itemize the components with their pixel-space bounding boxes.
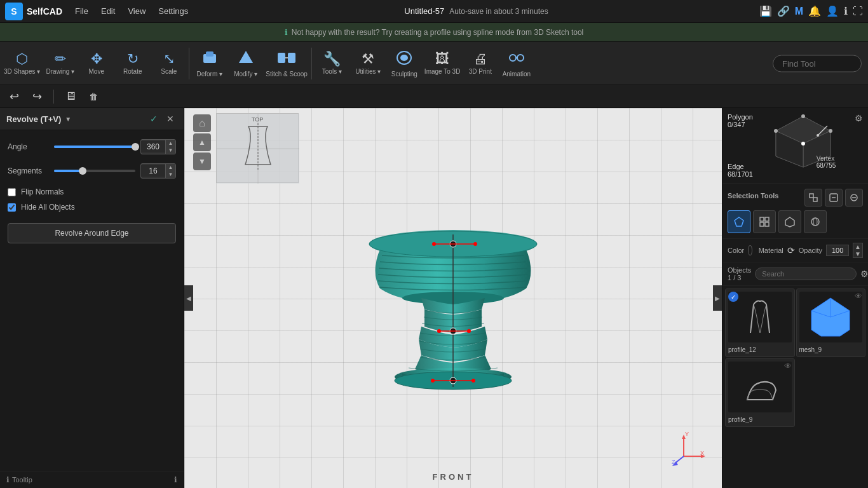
hide-all-row: Hide All Objects: [8, 203, 176, 212]
sel-tool-extra-2[interactable]: [825, 189, 843, 207]
toolbar-modify[interactable]: Modify ▾: [228, 44, 263, 83]
toolbar-stitch[interactable]: Stitch & Scoop: [264, 44, 309, 83]
profile9-thumb-svg: [738, 365, 782, 409]
polygon-stat: Polygon 0/347: [728, 113, 753, 128]
segments-spin-up[interactable]: ▲: [165, 164, 175, 171]
rp-settings-button[interactable]: ⚙: [855, 113, 863, 123]
chalice-object: [345, 146, 561, 412]
panel-title-text: Revolve (T+V): [6, 114, 61, 124]
toolbar-rotate[interactable]: ↻ Rotate: [115, 44, 150, 83]
down-nav-button[interactable]: ▼: [193, 152, 211, 170]
doc-title: Untitled-57: [404, 6, 444, 16]
objects-settings-button[interactable]: ⚙: [860, 269, 868, 279]
sel-tool-extra-3[interactable]: [845, 189, 863, 207]
angle-input[interactable]: [141, 141, 165, 152]
panel-dropdown-icon[interactable]: ▼: [65, 116, 71, 123]
undo-button[interactable]: ↩: [5, 88, 23, 105]
rotate-icon: ↻: [127, 52, 139, 66]
toolbar-3dshapes[interactable]: ⬡ 3D Shapes ▾: [3, 44, 41, 83]
flip-normals-checkbox[interactable]: [8, 188, 16, 196]
menu-file[interactable]: File: [70, 4, 93, 18]
obj-card-profile12[interactable]: ✓ profile_12: [725, 288, 795, 357]
sel-tool-sphere[interactable]: [804, 210, 827, 233]
angle-spin-up[interactable]: ▲: [165, 140, 175, 147]
sel-tool-grid[interactable]: [753, 210, 776, 233]
sel-tool-polygon[interactable]: [728, 210, 750, 233]
toolbar-move[interactable]: ✥ Move: [79, 44, 114, 83]
toolbar-sculpting[interactable]: Sculpting: [387, 44, 422, 83]
svg-rect-52: [810, 194, 813, 198]
svg-rect-3: [278, 53, 285, 63]
edge-stat: Edge 68/1701: [728, 163, 753, 178]
chalice-svg: [345, 146, 561, 412]
save-icon[interactable]: 💾: [759, 5, 772, 17]
angle-spinners: ▲ ▼: [165, 140, 175, 154]
find-tool-input[interactable]: [773, 55, 862, 72]
panel-check-button[interactable]: ✓: [147, 112, 161, 126]
sel-tool-extra-1[interactable]: [804, 189, 822, 207]
polygon-label: Polygon: [728, 113, 753, 121]
toolbar-deform[interactable]: Deform ▾: [192, 44, 227, 83]
viewport[interactable]: ◀ ▶ ⌂ ▲ ▼ TOP: [184, 108, 722, 488]
tooltip-info-icon: ℹ: [6, 475, 10, 484]
toolbar-image[interactable]: 🖼 Image To 3D: [423, 44, 462, 83]
3dshapes-icon: ⬡: [16, 52, 28, 66]
left-panel: Revolve (T+V) ▼ ✓ ✕ Angle ▲: [0, 108, 184, 488]
svg-marker-2: [239, 51, 253, 63]
objects-grid: ✓ profile_12 👁: [722, 286, 868, 430]
svg-rect-1: [206, 51, 214, 57]
segments-input[interactable]: [141, 165, 165, 177]
objects-search-input[interactable]: [755, 268, 857, 280]
collapse-right-button[interactable]: ▶: [713, 285, 722, 311]
redo-button[interactable]: ↪: [28, 88, 46, 105]
toolbar-animation-label: Animation: [503, 71, 531, 78]
display-button[interactable]: 🖥: [62, 88, 79, 105]
toolbar-tools[interactable]: 🔧 Tools ▾: [315, 44, 349, 83]
user-icon[interactable]: 👤: [826, 5, 839, 17]
tools-icon: 🔧: [323, 52, 341, 66]
material-label: Material: [759, 247, 783, 254]
menu-view[interactable]: View: [123, 4, 151, 18]
opacity-input[interactable]: [826, 245, 849, 256]
opacity-spinner-up[interactable]: ▲▼: [853, 243, 863, 258]
share-icon[interactable]: 🔗: [777, 5, 790, 17]
sel-tool-box[interactable]: [778, 210, 801, 233]
toolbar-scale[interactable]: ⤡ Scale: [151, 44, 186, 83]
toolbar-3dshapes-label: 3D Shapes ▾: [4, 68, 40, 75]
info-icon[interactable]: ℹ: [844, 5, 848, 17]
trash-button[interactable]: 🗑: [85, 88, 102, 105]
material-icon[interactable]: ⟳: [787, 245, 795, 255]
angle-slider[interactable]: [54, 146, 135, 148]
svg-point-51: [817, 134, 819, 137]
toolbar-drawing[interactable]: ✏ Drawing ▾: [43, 44, 78, 83]
menu-settings[interactable]: Settings: [153, 4, 193, 18]
up-nav-button[interactable]: ▲: [193, 133, 211, 151]
mesh9-thumb-svg: [808, 295, 853, 339]
toolbar-utilities[interactable]: ⚒ Utilities ▾: [351, 44, 386, 83]
m-icon[interactable]: M: [795, 6, 803, 17]
revolve-button[interactable]: Revolve Around Edge: [8, 223, 176, 243]
toolbar-3dprint[interactable]: 🖨 3D Print: [463, 44, 498, 83]
title-area: Untitled-57 Auto-save in about 3 minutes: [404, 6, 548, 16]
obj-card-mesh9[interactable]: 👁 mesh_9: [796, 288, 866, 357]
toolbar-animation[interactable]: Animation: [499, 44, 534, 83]
home-nav-button[interactable]: ⌂: [193, 114, 211, 132]
collapse-left-button[interactable]: ◀: [184, 285, 193, 311]
toolbar-deform-label: Deform ▾: [196, 71, 222, 78]
fullscreen-icon[interactable]: ⛶: [853, 6, 863, 17]
angle-spin-down[interactable]: ▼: [165, 147, 175, 154]
obj-card-profile9[interactable]: 👁 profile_9: [725, 358, 795, 427]
selection-tools-section: Selection Tools: [722, 184, 868, 239]
menu-edit[interactable]: Edit: [96, 4, 120, 18]
hide-all-checkbox[interactable]: [8, 203, 16, 212]
panel-close-button[interactable]: ✕: [163, 112, 177, 126]
segments-slider[interactable]: [54, 170, 135, 172]
segments-spin-down[interactable]: ▼: [165, 171, 175, 178]
app-logo[interactable]: S SelfCAD: [5, 3, 62, 20]
color-picker[interactable]: [748, 245, 752, 255]
segments-row: Segments ▲ ▼: [8, 163, 176, 179]
bell-icon[interactable]: 🔔: [808, 5, 821, 17]
vertex-label: Vertex: [817, 155, 834, 162]
angle-label: Angle: [8, 142, 49, 151]
obj-eye-profile9: 👁: [784, 362, 792, 370]
